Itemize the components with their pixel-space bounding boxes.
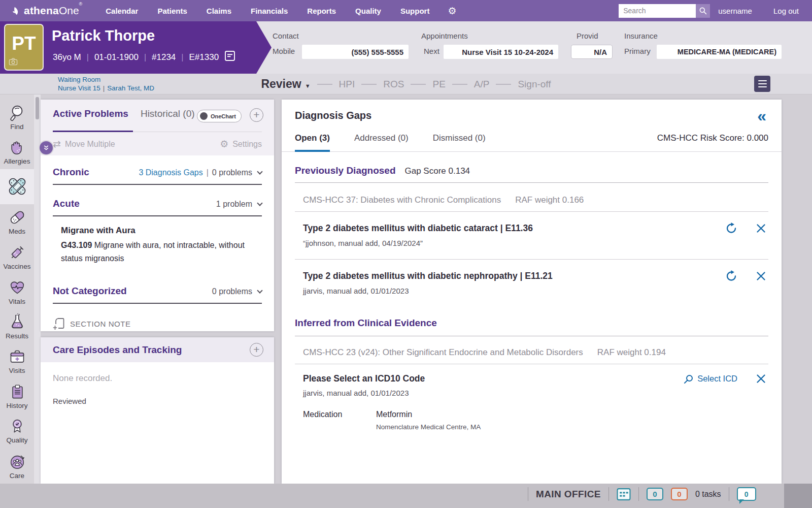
patient-demographics: 36yo M| 01-01-1900| #1234| E#1330 — [53, 50, 235, 64]
not-categorized-title[interactable]: Not Categorized — [53, 285, 127, 297]
dismiss-button[interactable] — [756, 271, 766, 281]
logout-link[interactable]: Log out — [773, 7, 799, 15]
hamburger-menu-button[interactable] — [754, 76, 770, 92]
readdress-button[interactable] — [725, 270, 737, 282]
collapse-banner-button[interactable] — [39, 140, 54, 155]
problem-name[interactable]: Migrane with Aura — [61, 226, 262, 236]
sidebar-item-care[interactable]: Care — [0, 449, 34, 484]
chevron-down-icon — [257, 200, 262, 206]
nav-reports[interactable]: Reports — [307, 7, 336, 15]
sidebar-item-quality[interactable]: Quality — [0, 414, 34, 449]
section-rule — [53, 184, 262, 185]
patient-name: Patrick Thorpe — [52, 27, 155, 44]
note-icon[interactable] — [224, 50, 235, 64]
not-categorized-count[interactable]: 0 problems — [212, 287, 252, 296]
select-icd-button[interactable]: Select ICD — [684, 374, 737, 384]
nav-claims[interactable]: Claims — [207, 7, 231, 15]
scrollbar-thumb[interactable] — [36, 97, 39, 119]
chronic-count[interactable]: 0 problems — [212, 168, 252, 177]
tab-dismissed[interactable]: Dismissed (0) — [433, 133, 486, 150]
mobile-phone-field[interactable]: (555) 555-5555 — [302, 45, 409, 59]
vaccines-syringe-icon — [8, 243, 26, 262]
visit-link[interactable]: Nurse Visit 15 — [58, 84, 100, 92]
stage-ros[interactable]: ROS — [383, 79, 404, 90]
add-care-episode-button[interactable]: + — [250, 343, 263, 357]
global-search — [619, 4, 710, 18]
sidebar-item-history[interactable]: History — [0, 379, 34, 414]
tab-open[interactable]: Open (3) — [295, 133, 330, 152]
encounter-bar: Waiting Room Nurse Visit 15|Sarah Test, … — [0, 74, 812, 94]
patient-initials: PT — [5, 33, 43, 54]
nav-financials[interactable]: Financials — [251, 7, 288, 15]
separator — [729, 487, 729, 501]
patient-avatar[interactable]: PT — [4, 24, 44, 71]
provider-link[interactable]: Sarah Test, MD — [107, 84, 154, 92]
tasks-count[interactable]: 0 tasks — [695, 490, 721, 499]
acute-count[interactable]: 1 problem — [216, 200, 252, 209]
chronic-title[interactable]: Chronic — [53, 167, 89, 178]
close-icon — [756, 373, 766, 384]
nav-support[interactable]: Support — [400, 7, 430, 15]
sidebar-item-visits[interactable]: Visits — [0, 344, 34, 379]
tab-active-problems[interactable]: Active Problems — [53, 108, 128, 119]
diagnosis-gaps-link[interactable]: 3 Diagnosis Gaps — [139, 168, 202, 177]
sidebar-item-label: Meds — [9, 228, 25, 235]
schedule-button[interactable] — [617, 488, 631, 501]
care-episodes-reviewed[interactable]: Reviewed — [53, 397, 262, 405]
urgent-count-badge[interactable]: 0 — [671, 488, 688, 500]
close-icon — [756, 223, 766, 234]
sidebar-item-allergies[interactable]: Allergies — [0, 135, 34, 170]
chevron-down-icon — [257, 169, 262, 174]
search-button[interactable] — [696, 4, 710, 18]
acute-title[interactable]: Acute — [53, 198, 80, 209]
tab-historical[interactable]: Historical (0) — [141, 108, 195, 119]
chart-sidebar: Find Allergies Meds Vaccines Vitals Resu… — [0, 94, 34, 484]
status-bar: MAIN OFFICE 0 0 0 tasks 0 — [0, 484, 812, 508]
add-problem-button[interactable]: + — [250, 108, 263, 122]
find-icon — [8, 104, 26, 122]
settings-gear-icon[interactable]: ⚙ — [448, 6, 456, 16]
section-note-button[interactable]: SECTION NOTE — [53, 317, 262, 330]
username-menu[interactable]: username — [718, 7, 752, 15]
onechart-toggle[interactable]: OneChart — [197, 110, 242, 122]
nav-calendar[interactable]: Calendar — [106, 7, 138, 15]
inbox-count-badge[interactable]: 0 — [647, 488, 663, 500]
settings-button[interactable]: ⚙Settings — [220, 138, 262, 150]
office-name[interactable]: MAIN OFFICE — [536, 489, 601, 500]
primary-insurance-field[interactable]: MEDICARE-MA (MEDICARE) — [657, 45, 782, 59]
chat-bubble-icon[interactable]: 0 — [737, 487, 756, 501]
dismiss-button[interactable] — [756, 373, 766, 384]
left-scrollbar[interactable] — [34, 94, 41, 484]
problem-item[interactable]: Migrane with Aura G43.109 Migrane with a… — [61, 226, 262, 265]
nav-quality[interactable]: Quality — [355, 7, 381, 15]
stage-signoff[interactable]: Sign-off — [518, 79, 551, 90]
collapse-panel-icon[interactable]: « — [757, 110, 766, 122]
sidebar-item-find[interactable]: Find — [0, 100, 34, 135]
sidebar-item-vitals[interactable]: Vitals — [0, 274, 34, 309]
calendar-icon — [617, 488, 631, 501]
sidebar-item-meds[interactable]: Meds — [0, 204, 34, 239]
move-multiple-button[interactable]: ⇄Move Multiple — [53, 138, 115, 150]
stage-hpi[interactable]: HPI — [339, 79, 355, 90]
tab-addressed[interactable]: Addressed (0) — [354, 133, 409, 150]
readdress-button[interactable] — [725, 222, 737, 234]
sidebar-item-results[interactable]: Results — [0, 309, 34, 344]
section-rule — [295, 336, 768, 336]
stage-review-dropdown[interactable]: Review▼ — [261, 77, 310, 91]
sidebar-item-problems[interactable] — [0, 169, 34, 204]
dismiss-button[interactable] — [756, 223, 766, 234]
provider-field[interactable]: N/A — [571, 45, 613, 59]
gap-score: Gap Score 0.134 — [405, 166, 470, 176]
sidebar-item-vaccines[interactable]: Vaccines — [0, 239, 34, 274]
nav-patients[interactable]: Patients — [157, 7, 187, 15]
contact-section-label: Contact — [273, 31, 299, 40]
step-connector — [361, 84, 377, 85]
caret-down-icon: ▼ — [305, 83, 311, 89]
waiting-room-link[interactable]: Waiting Room — [58, 76, 100, 83]
athenaone-logo[interactable]: athenaOne® — [11, 5, 82, 17]
stage-pe[interactable]: PE — [432, 79, 445, 90]
search-input[interactable] — [619, 4, 696, 18]
section-rule — [53, 303, 262, 304]
stage-ap[interactable]: A/P — [474, 79, 490, 90]
next-appointment-field[interactable]: Nurse Visit 15 10-24-2024 — [444, 45, 558, 59]
